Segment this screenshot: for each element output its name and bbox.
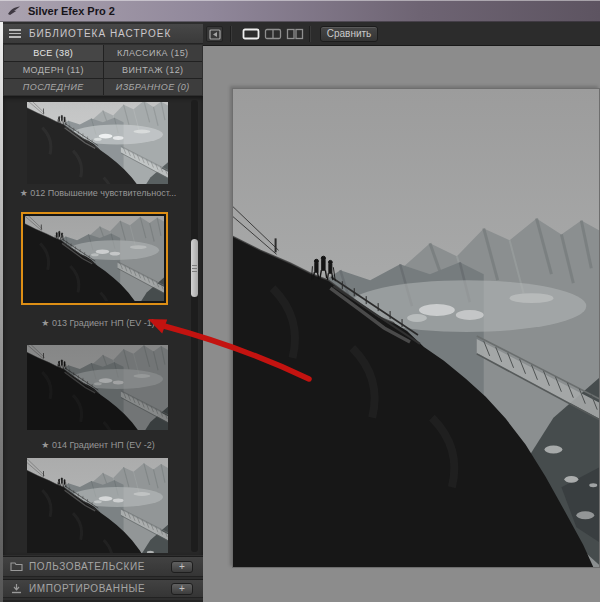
tab-classic[interactable]: КЛАССИКА (15) [104,45,203,61]
presets-sidebar: БИБЛИОТЕКА НАСТРОЕК ВСЕ (38) КЛАССИКА (1… [3,22,203,602]
compare-button[interactable]: Сравнить [320,26,378,42]
tab-favorites[interactable]: ИЗБРАННОЕ (0) [104,79,203,95]
add-imported-preset-button[interactable]: + [171,583,193,595]
scrollbar-thumb[interactable] [191,239,198,297]
section-custom-presets[interactable]: ПОЛЬЗОВАТЕЛЬСКИЕ + [3,556,203,577]
tab-all[interactable]: ВСЕ (38) [4,45,103,61]
preset-thumbnail-014[interactable] [27,345,168,430]
section-imported-label: ИМПОРТИРОВАННЫЕ [29,583,145,594]
view-split-icon[interactable] [263,27,283,41]
view-single-icon[interactable] [241,27,261,41]
add-custom-preset-button[interactable]: + [171,561,193,573]
photo-preview[interactable] [232,88,600,568]
app-window: Silver Efex Pro 2 БИБЛИОТЕКА НАСТРОЕК ВС… [0,0,600,602]
panel-toggle-icon[interactable] [206,26,223,42]
preset-thumbnail-013-selected[interactable] [21,212,168,305]
import-icon [10,583,23,594]
main-toolbar: Сравнить [203,22,600,46]
section-custom-label: ПОЛЬЗОВАТЕЛЬСКИЕ [29,561,145,572]
preset-label-013[interactable]: ★ 013 Градиент НП (EV -1) [8,318,188,328]
preset-label-014[interactable]: ★ 014 Градиент НП (EV -2) [8,440,188,450]
toolbar-divider [309,26,310,42]
preset-thumbnail-012[interactable] [27,102,168,184]
section-imported-presets[interactable]: ИМПОРТИРОВАННЫЕ + [3,579,203,598]
view-side-by-side-icon[interactable] [285,27,305,41]
tab-modern[interactable]: МОДЕРН (11) [4,62,103,78]
preset-label-012[interactable]: ★ 012 Повышение чувствительност... [8,188,188,198]
tab-recent[interactable]: ПОСЛЕДНИЕ [4,79,103,95]
window-title: Silver Efex Pro 2 [28,5,115,17]
folder-icon [10,561,23,572]
preset-thumbnail-015-partial[interactable] [27,458,168,553]
tab-vintage[interactable]: ВИНТАЖ (12) [104,62,203,78]
preset-list-scrollbar[interactable] [191,100,198,552]
title-bar: Silver Efex Pro 2 [0,0,600,22]
nik-swoosh-icon[interactable] [7,5,21,17]
preview-canvas [203,46,600,602]
library-title: БИБЛИОТЕКА НАСТРОЕК [29,28,171,39]
library-header: БИБЛИОТЕКА НАСТРОЕК [3,24,203,44]
hamburger-menu-icon[interactable] [9,27,21,40]
preset-filter-tabs: ВСЕ (38) КЛАССИКА (15) МОДЕРН (11) ВИНТА… [4,45,202,95]
toolbar-divider [230,26,231,42]
preset-list: ★ 012 Повышение чувствительност... ★ 013… [3,96,203,555]
